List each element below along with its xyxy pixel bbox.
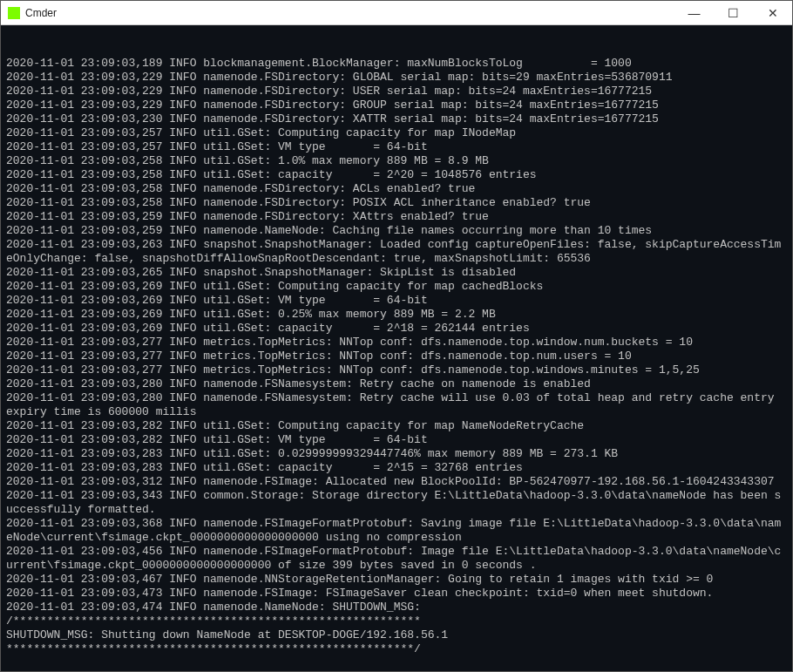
log-line: 2020-11-01 23:09:03,280 INFO namenode.FS…	[6, 391, 787, 419]
log-line: 2020-11-01 23:09:03,277 INFO metrics.Top…	[6, 363, 787, 377]
log-line: 2020-11-01 23:09:03,229 INFO namenode.FS…	[6, 98, 787, 112]
log-line: ****************************************…	[6, 642, 787, 656]
log-line: 2020-11-01 23:09:03,269 INFO util.GSet: …	[6, 322, 787, 336]
window-title: Cmder	[25, 7, 57, 19]
log-line: 2020-11-01 23:09:03,259 INFO namenode.Na…	[6, 224, 787, 238]
titlebar-left: Cmder	[8, 7, 57, 19]
log-line: 2020-11-01 23:09:03,467 INFO namenode.NN…	[6, 573, 787, 587]
log-line: 2020-11-01 23:09:03,258 INFO namenode.FS…	[6, 182, 787, 196]
terminal-output[interactable]: 2020-11-01 23:09:03,189 INFO blockmanage…	[1, 25, 792, 671]
log-line: 2020-11-01 23:09:03,259 INFO namenode.FS…	[6, 210, 787, 224]
log-line: 2020-11-01 23:09:03,343 INFO common.Stor…	[6, 489, 787, 517]
log-line: 2020-11-01 23:09:03,257 INFO util.GSet: …	[6, 140, 787, 154]
log-line: 2020-11-01 23:09:03,269 INFO util.GSet: …	[6, 294, 787, 308]
log-line: 2020-11-01 23:09:03,189 INFO blockmanage…	[6, 57, 787, 71]
log-line: 2020-11-01 23:09:03,312 INFO namenode.FS…	[6, 475, 787, 489]
log-line: 2020-11-01 23:09:03,258 INFO util.GSet: …	[6, 168, 787, 182]
log-line: 2020-11-01 23:09:03,230 INFO namenode.FS…	[6, 112, 787, 126]
log-line: 2020-11-01 23:09:03,280 INFO namenode.FS…	[6, 377, 787, 391]
maximize-button[interactable]: ☐	[714, 1, 753, 25]
log-line: 2020-11-01 23:09:03,263 INFO snapshot.Sn…	[6, 238, 787, 266]
log-line: 2020-11-01 23:09:03,257 INFO util.GSet: …	[6, 126, 787, 140]
log-line: 2020-11-01 23:09:03,282 INFO util.GSet: …	[6, 433, 787, 447]
log-line: 2020-11-01 23:09:03,258 INFO util.GSet: …	[6, 154, 787, 168]
log-line: 2020-11-01 23:09:03,368 INFO namenode.FS…	[6, 517, 787, 545]
log-container: 2020-11-01 23:09:03,189 INFO blockmanage…	[6, 57, 787, 656]
log-line: 2020-11-01 23:09:03,473 INFO namenode.FS…	[6, 587, 787, 601]
log-line: 2020-11-01 23:09:03,283 INFO util.GSet: …	[6, 447, 787, 461]
log-line: 2020-11-01 23:09:03,229 INFO namenode.FS…	[6, 71, 787, 85]
close-button[interactable]: ✕	[753, 1, 792, 25]
log-line: 2020-11-01 23:09:03,229 INFO namenode.FS…	[6, 85, 787, 98]
titlebar[interactable]: Cmder — ☐ ✕	[1, 1, 792, 25]
log-line: 2020-11-01 23:09:03,456 INFO namenode.FS…	[6, 545, 787, 573]
app-icon	[8, 7, 20, 19]
log-line: 2020-11-01 23:09:03,283 INFO util.GSet: …	[6, 461, 787, 475]
log-line: /***************************************…	[6, 614, 787, 628]
log-line: 2020-11-01 23:09:03,277 INFO metrics.Top…	[6, 350, 787, 363]
log-line: SHUTDOWN_MSG: Shutting down NameNode at …	[6, 628, 787, 642]
log-line: 2020-11-01 23:09:03,258 INFO namenode.FS…	[6, 196, 787, 210]
log-line: 2020-11-01 23:09:03,265 INFO snapshot.Sn…	[6, 266, 787, 280]
app-window: Cmder — ☐ ✕ 2020-11-01 23:09:03,189 INFO…	[0, 0, 793, 672]
log-line: 2020-11-01 23:09:03,269 INFO util.GSet: …	[6, 280, 787, 294]
log-line: 2020-11-01 23:09:03,277 INFO metrics.Top…	[6, 336, 787, 350]
log-line: 2020-11-01 23:09:03,269 INFO util.GSet: …	[6, 308, 787, 322]
minimize-button[interactable]: —	[674, 1, 714, 25]
log-line: 2020-11-01 23:09:03,282 INFO util.GSet: …	[6, 419, 787, 433]
log-line: 2020-11-01 23:09:03,474 INFO namenode.Na…	[6, 601, 787, 614]
window-controls: — ☐ ✕	[674, 1, 792, 25]
